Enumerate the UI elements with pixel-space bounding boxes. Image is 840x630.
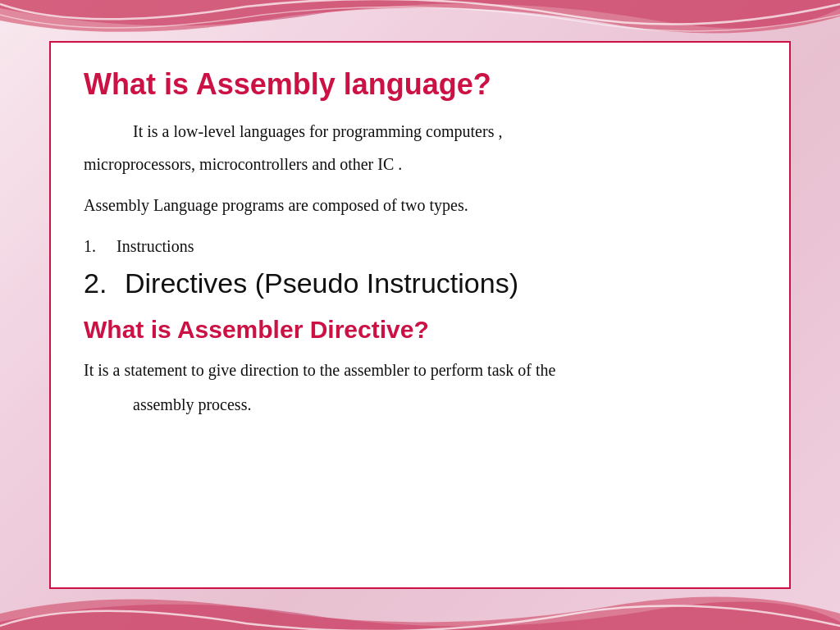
slide-container: What is Assembly language? It is a low-l… <box>49 41 791 589</box>
list-number-2: 2. <box>84 267 125 299</box>
body-text-1: It is a statement to give direction to t… <box>84 357 756 383</box>
body-text-2: assembly process. <box>84 391 756 418</box>
composed-text: Assembly Language programs are composed … <box>84 192 756 218</box>
slide-title: What is Assembly language? <box>84 67 756 102</box>
list-item-2: 2. Directives (Pseudo Instructions) <box>84 267 756 299</box>
list-label-1: Instructions <box>116 233 194 259</box>
list-label-2: Directives (Pseudo Instructions) <box>125 267 518 299</box>
intro-line1: It is a low-level languages for programm… <box>84 118 756 144</box>
section2-title: What is Assembler Directive? <box>84 316 756 344</box>
list-item-1: 1. Instructions <box>84 233 756 259</box>
list-number-1: 1. <box>84 233 116 259</box>
intro-line2: microprocessors, microcontrollers and ot… <box>84 151 756 177</box>
